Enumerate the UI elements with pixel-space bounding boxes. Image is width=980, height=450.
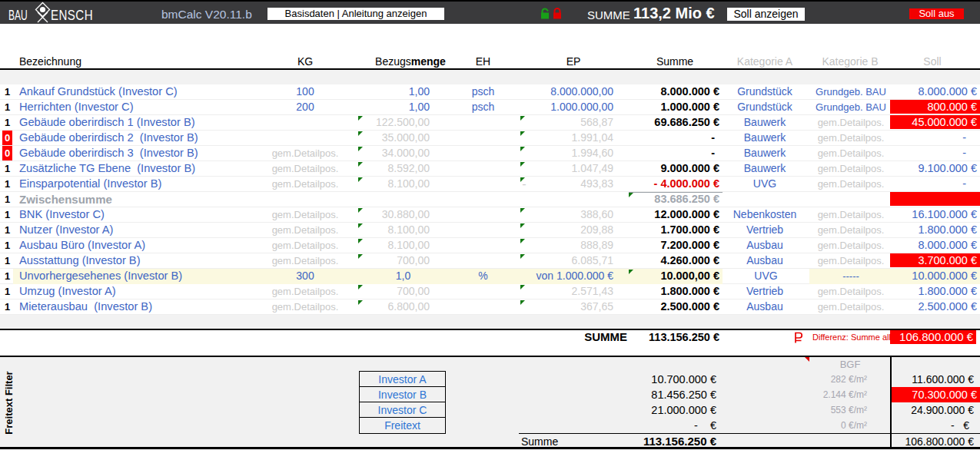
- svg-text:ENSCH: ENSCH: [51, 7, 93, 23]
- svg-text:BAU: BAU: [8, 7, 28, 22]
